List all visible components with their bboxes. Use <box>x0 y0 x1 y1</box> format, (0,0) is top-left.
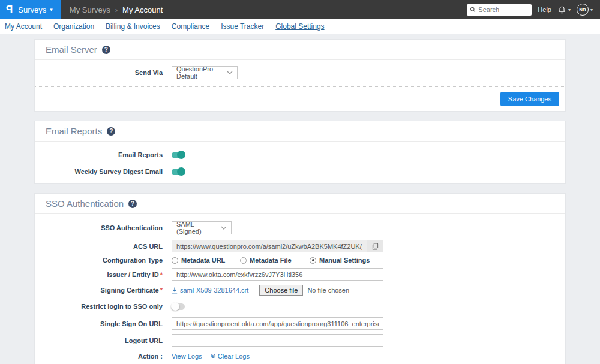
tab-compliance[interactable]: Compliance <box>172 22 209 31</box>
breadcrumb-separator-icon: › <box>115 5 118 14</box>
notifications-menu[interactable]: ▾ <box>557 5 571 14</box>
help-link[interactable]: Help <box>538 6 551 13</box>
view-logs-link[interactable]: View Logs <box>172 353 202 360</box>
copy-button[interactable] <box>367 240 383 252</box>
help-circle-icon[interactable]: ? <box>102 46 110 54</box>
tab-issue-tracker[interactable]: Issue Tracker <box>221 22 264 31</box>
radio-metadata-url-label: Metadata URL <box>181 257 225 264</box>
radio-metadata-file[interactable]: Metadata File <box>240 257 301 264</box>
help-circle-icon[interactable]: ? <box>128 200 137 208</box>
radio-icon <box>172 257 178 264</box>
send-via-value: QuestionPro - Default <box>176 65 227 80</box>
email-reports-title: Email Reports <box>46 126 102 136</box>
sso-type-value: SAML (Signed) <box>176 221 221 235</box>
select-caret-icon <box>221 226 227 230</box>
logout-url-input[interactable] <box>172 334 383 347</box>
email-server-section: Email Server ? Send Via QuestionPro - De… <box>34 39 566 112</box>
choose-file-button[interactable]: Choose file <box>259 285 303 296</box>
signing-certificate-label: Signing Certificate* <box>35 287 172 294</box>
required-mark: * <box>160 271 163 278</box>
radio-icon <box>240 257 247 264</box>
tab-global-settings[interactable]: Global Settings <box>275 22 324 31</box>
sso-type-label: SSO Authentication <box>35 224 172 231</box>
action-label: Action : <box>35 353 172 360</box>
radio-manual-settings[interactable]: Manual Settings <box>310 257 370 264</box>
radio-metadata-url[interactable]: Metadata URL <box>172 257 232 264</box>
download-icon <box>172 287 178 294</box>
send-via-select[interactable]: QuestionPro - Default <box>172 66 238 79</box>
app-switcher[interactable]: P Surveys ▾ <box>0 0 61 19</box>
bell-icon <box>557 5 566 14</box>
required-mark: * <box>160 287 163 294</box>
account-menu[interactable]: NB ▾ <box>577 4 593 16</box>
clear-logs-link[interactable]: ⊗ Clear Logs <box>211 352 250 360</box>
radio-manual-settings-label: Manual Settings <box>319 257 370 264</box>
search-input[interactable] <box>478 6 529 13</box>
email-server-title: Email Server <box>46 44 97 55</box>
no-file-chosen-text: No file chosen <box>307 287 349 294</box>
breadcrumb-current: My Account <box>122 5 163 14</box>
breadcrumb: My Surveys › My Account <box>61 0 163 19</box>
sso-authentication-section: SSO Authentication ? SSO Authentication … <box>34 193 566 364</box>
search-icon <box>470 7 476 13</box>
radio-metadata-file-label: Metadata File <box>250 257 292 264</box>
help-circle-icon[interactable]: ? <box>107 127 115 136</box>
email-reports-toggle-label: Email Reports <box>35 151 172 158</box>
weekly-digest-toggle-label: Weekly Survey Digest Email <box>35 168 172 175</box>
certificate-download-link[interactable]: saml-X509-3281644.crt <box>172 287 248 294</box>
save-changes-button[interactable]: Save Changes <box>500 92 559 106</box>
sso-type-select[interactable]: SAML (Signed) <box>172 221 232 234</box>
chevron-down-icon: ▾ <box>568 7 571 13</box>
restrict-sso-toggle[interactable] <box>172 303 185 310</box>
logout-url-label: Logout URL <box>35 337 172 344</box>
acs-url-input[interactable] <box>172 240 367 252</box>
send-via-label: Send Via <box>35 69 172 76</box>
breadcrumb-parent[interactable]: My Surveys <box>70 5 110 14</box>
tab-my-account[interactable]: My Account <box>5 22 42 31</box>
email-reports-section: Email Reports ? Email Reports Weekly Sur… <box>34 121 566 184</box>
copy-icon <box>372 243 379 250</box>
single-sign-on-url-label: Single Sign On URL <box>35 320 172 327</box>
clear-circle-icon: ⊗ <box>211 352 216 360</box>
top-navbar: P Surveys ▾ My Surveys › My Account Help… <box>0 0 600 19</box>
single-sign-on-url-input[interactable] <box>172 317 383 330</box>
select-caret-icon <box>227 71 233 74</box>
acs-url-label: ACS URL <box>35 243 172 250</box>
issuer-entity-id-input[interactable] <box>172 268 383 281</box>
search-box[interactable] <box>467 4 532 16</box>
app-menu-label: Surveys <box>18 5 46 14</box>
chevron-down-icon: ▾ <box>590 7 593 13</box>
questionpro-logo-icon: P <box>6 4 13 16</box>
restrict-sso-label: Restrict login to SSO only <box>35 303 172 310</box>
email-reports-toggle[interactable] <box>172 152 185 158</box>
clear-logs-label: Clear Logs <box>218 353 250 360</box>
settings-tabbar: My Account Organization Billing & Invoic… <box>0 19 600 34</box>
issuer-entity-id-label: Issuer / Entity ID* <box>35 271 172 278</box>
tab-organization[interactable]: Organization <box>53 22 94 31</box>
radio-icon <box>310 257 316 264</box>
chevron-down-icon: ▾ <box>50 7 53 13</box>
tab-billing-invoices[interactable]: Billing & Invoices <box>106 22 160 31</box>
weekly-digest-toggle[interactable] <box>172 169 185 175</box>
avatar: NB <box>577 4 589 16</box>
configuration-type-label: Configuration Type <box>35 257 172 264</box>
sso-title: SSO Authentication <box>46 198 124 209</box>
certificate-file-name: saml-X509-3281644.crt <box>180 287 248 294</box>
